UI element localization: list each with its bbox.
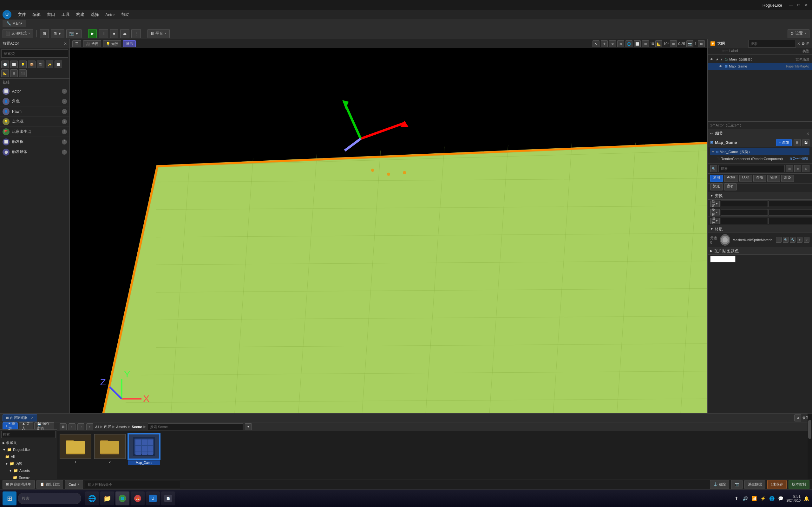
- filter-actor[interactable]: Actor: [724, 175, 738, 182]
- outline-close[interactable]: ✕: [797, 42, 800, 46]
- rotation-dropdown[interactable]: 旋转 ▼: [710, 209, 720, 216]
- taskbar-app-2[interactable]: 📁: [100, 492, 114, 505]
- menu-window[interactable]: 窗口: [44, 11, 58, 18]
- cb-save-btn[interactable]: 💾 保存所有: [34, 422, 54, 429]
- breadcrumb-scene[interactable]: Scene: [132, 425, 142, 429]
- tree-roguelike[interactable]: ▼ 📁 RogueLike: [0, 446, 57, 453]
- pause-btn[interactable]: ⏸: [99, 29, 108, 38]
- place-actor-close[interactable]: ✕: [64, 42, 67, 46]
- cb-nav-back[interactable]: ←: [68, 424, 75, 430]
- taskbar-app-4[interactable]: 🦊: [131, 492, 145, 505]
- cb-tab-close[interactable]: ✕: [31, 416, 34, 420]
- add-component-btn[interactable]: + 添加: [776, 139, 792, 146]
- taskbar-sys-5[interactable]: 🌐: [769, 495, 775, 502]
- taskbar-app-5[interactable]: U: [146, 492, 160, 505]
- component-instance[interactable]: ▼ ⊞ Map_Game（实例）: [710, 148, 809, 155]
- taskbar-sys-4[interactable]: ⚡: [760, 495, 766, 502]
- details-star-view[interactable]: ★: [794, 165, 801, 172]
- asset-folder-2[interactable]: 2: [94, 434, 125, 464]
- recently-placed-btn[interactable]: 🕐: [1, 60, 9, 68]
- breadcrumb-assets[interactable]: Assets: [116, 425, 126, 429]
- details-search-input[interactable]: [718, 165, 785, 172]
- camera-tool[interactable]: 🌐: [625, 40, 632, 47]
- taskbar-notification[interactable]: 🔔: [803, 495, 809, 502]
- actor-snap-btn[interactable]: ⊞: [40, 29, 49, 38]
- filter-all[interactable]: 所有: [724, 183, 737, 190]
- breadcrumb-all[interactable]: All: [95, 425, 99, 429]
- eject-btn[interactable]: ⏏: [120, 29, 130, 38]
- stop-btn[interactable]: ■: [110, 29, 118, 38]
- surface-snap[interactable]: ⬜: [634, 40, 641, 47]
- outline-filter-icon[interactable]: 🔽: [710, 41, 715, 46]
- actor-item-actor[interactable]: ⬜ Actor ?: [0, 86, 69, 96]
- actor-help-pawn[interactable]: ?: [62, 109, 67, 114]
- scale-x[interactable]: 1.0: [721, 218, 768, 224]
- rotation-y[interactable]: 0.0°: [768, 209, 812, 216]
- cb-search-dropdown[interactable]: ▼: [245, 424, 252, 430]
- output-log-tab[interactable]: 📋 输出日志: [37, 480, 63, 489]
- expand-instance[interactable]: ▼: [711, 150, 715, 154]
- cb-import-btn[interactable]: ▲ 导入: [19, 422, 33, 429]
- star-icon[interactable]: ★: [716, 58, 719, 61]
- taskbar-app-6[interactable]: 📄: [161, 492, 175, 505]
- perspective-btn[interactable]: 🎥 透视: [83, 40, 101, 47]
- breadcrumb-content[interactable]: 内容: [104, 424, 111, 429]
- menu-file[interactable]: 文件: [15, 11, 29, 18]
- scale-y[interactable]: 1.0: [768, 218, 812, 224]
- outline-world-item[interactable]: 👁 ★ ▼ 🗂 Main（编辑器） 世界场景: [708, 56, 812, 63]
- outline-settings-icon[interactable]: ⚙: [802, 42, 805, 46]
- eye-icon-mapgame[interactable]: 👁: [714, 65, 722, 68]
- cmd-prefix-btn[interactable]: Cmd ▼: [65, 480, 83, 489]
- cinematic-btn[interactable]: 🎬: [37, 60, 44, 68]
- settings-btn[interactable]: ⚙ 设置 ▼: [788, 29, 809, 38]
- grid-toggle[interactable]: ⊞: [642, 40, 649, 47]
- transform-section-header[interactable]: ▼ 变换: [708, 192, 812, 200]
- extra-btn1[interactable]: ⬛: [19, 69, 27, 77]
- component-render[interactable]: ⊞ RenderComponent (RenderComponent) 在C++…: [710, 155, 809, 162]
- actor-help-pointlight[interactable]: ?: [62, 119, 67, 124]
- roguelike-expand[interactable]: ▼: [3, 448, 6, 452]
- menu-edit[interactable]: 编辑: [30, 11, 43, 18]
- viewport-options[interactable]: ⊞: [698, 40, 705, 47]
- taskbar-sys-3[interactable]: 📶: [751, 495, 757, 502]
- taskbar-app-3[interactable]: 🌐: [115, 492, 130, 505]
- expand-world[interactable]: ▼: [720, 58, 723, 61]
- mode-select[interactable]: ⬛ 选项模式 ▼: [3, 29, 33, 38]
- edit-cpp-btn[interactable]: 在C++中编辑: [790, 157, 808, 161]
- tile-color-swatch[interactable]: [710, 256, 735, 262]
- volumes-btn[interactable]: 📐: [1, 69, 9, 77]
- rotation-x[interactable]: -90.0°: [721, 209, 768, 216]
- all-classes-btn[interactable]: ⊞: [10, 69, 18, 77]
- menu-actor[interactable]: Actor: [103, 12, 117, 18]
- taskbar-sys-1[interactable]: ⬆: [733, 495, 740, 502]
- outline-more-icon[interactable]: ⊞: [806, 42, 809, 46]
- start-button[interactable]: ⊞: [3, 492, 16, 505]
- minimize-btn[interactable]: —: [789, 3, 794, 8]
- taskbar-sys-2[interactable]: 🔊: [742, 495, 749, 502]
- shapes-btn[interactable]: 📦: [28, 60, 36, 68]
- asset-mapgame[interactable]: Map_Game: [128, 434, 160, 465]
- tree-content[interactable]: ▼ 📁 内容: [0, 460, 57, 467]
- taskbar-sys-6[interactable]: 💬: [778, 495, 784, 502]
- actor-help-triggerbox[interactable]: ?: [62, 139, 67, 145]
- ue-logo-btn[interactable]: U: [3, 10, 11, 19]
- tree-all[interactable]: 📁 All: [0, 453, 57, 460]
- actor-help-actor[interactable]: ?: [62, 89, 67, 94]
- cb-tree-search-input[interactable]: [1, 431, 55, 438]
- position-y[interactable]: -2000.0: [768, 201, 812, 207]
- basic-btn[interactable]: ⬜: [10, 60, 18, 68]
- tree-assets[interactable]: ▼ 📁 Assets: [0, 467, 57, 474]
- cb-nav-forward[interactable]: →: [78, 424, 84, 430]
- tree-favorites[interactable]: ▶ 收藏夹: [0, 439, 57, 446]
- rotate-tool[interactable]: ↻: [609, 40, 616, 47]
- taskbar-search-input[interactable]: [18, 493, 81, 504]
- actor-item-pawn[interactable]: 👤 Pawn ?: [0, 107, 69, 117]
- cb-nav-up[interactable]: ↑: [86, 424, 93, 430]
- filter-common[interactable]: 通用: [710, 175, 723, 182]
- capture-btn[interactable]: 📷: [731, 480, 743, 489]
- use-selected-btn[interactable]: ←: [776, 237, 781, 243]
- platform-btn[interactable]: 🖥 平台 ▼: [148, 29, 170, 38]
- content-expand[interactable]: ▼: [5, 462, 8, 465]
- favorites-expand[interactable]: ▶: [3, 441, 5, 445]
- material-section-header[interactable]: ▼ 材质: [708, 225, 812, 233]
